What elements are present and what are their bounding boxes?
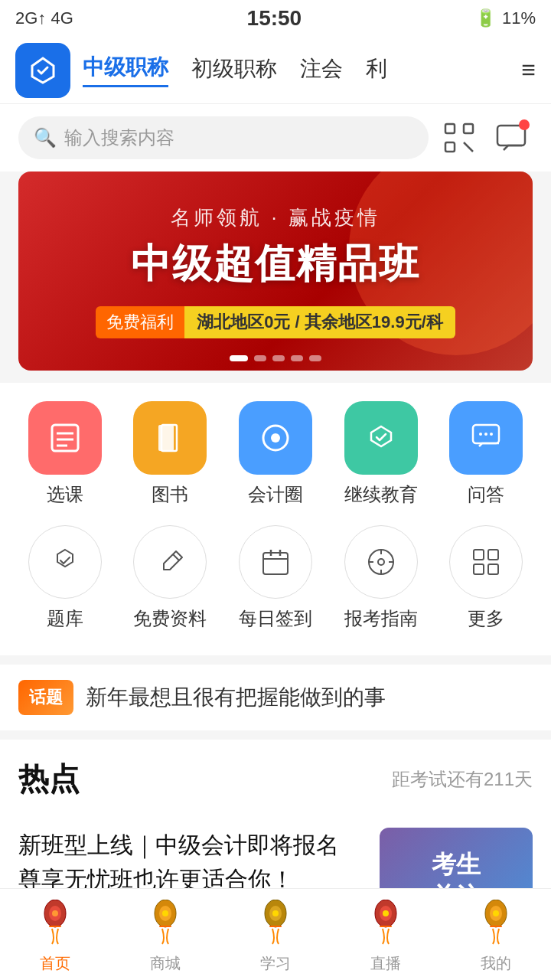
hot-title: 热点 xyxy=(18,758,80,800)
svg-point-15 xyxy=(484,433,487,436)
hot-countdown: 距考试还有211天 xyxy=(392,767,533,792)
menu-item-baokaozhinan[interactable]: 报考指南 xyxy=(338,525,424,631)
qiandao-icon xyxy=(239,525,312,599)
tab-item-shop[interactable]: 商城 xyxy=(119,895,211,974)
topic-banner[interactable]: 话题 新年最想且很有把握能做到的事 xyxy=(0,665,551,730)
wenda-icon xyxy=(449,401,523,475)
wenda-label: 问答 xyxy=(468,482,504,507)
status-bar: 2G↑ 4G 15:50 🔋 11% xyxy=(0,0,551,37)
battery-text: 11% xyxy=(502,8,536,28)
svg-point-43 xyxy=(272,910,279,916)
menu-item-wenda[interactable]: 问答 xyxy=(443,401,529,507)
jixujioyu-label: 继续教育 xyxy=(344,482,418,507)
svg-point-47 xyxy=(383,910,389,916)
tiku-label: 题库 xyxy=(47,606,83,631)
gengduo-icon xyxy=(449,525,523,599)
svg-point-39 xyxy=(162,910,168,916)
svg-rect-42 xyxy=(269,926,282,927)
qiandao-label: 每日签到 xyxy=(239,606,312,631)
tab-item-mine[interactable]: 我的 xyxy=(450,895,542,974)
baokaozhinan-icon xyxy=(344,525,418,599)
scan-button[interactable] xyxy=(438,116,481,159)
status-signal: 2G↑ 4G xyxy=(15,8,73,28)
menu-item-tushu[interactable]: 图书 xyxy=(127,401,213,507)
tab-item-home[interactable]: 首页 xyxy=(9,895,101,974)
tab-label-mine: 我的 xyxy=(481,953,511,974)
kuaijiquan-icon xyxy=(239,401,312,475)
svg-rect-1 xyxy=(464,124,473,133)
svg-rect-50 xyxy=(490,926,502,927)
menu-item-gengduo[interactable]: 更多 xyxy=(443,525,529,631)
app-logo[interactable] xyxy=(15,43,70,98)
banner-wrap[interactable]: 名师领航 · 赢战疫情 中级超值精品班 免费福利 湖北地区0元 / 其余地区19… xyxy=(18,172,533,371)
jixujioyu-icon xyxy=(344,401,418,475)
banner-subtitle: 名师领航 · 赢战疫情 xyxy=(171,204,380,231)
tiku-icon xyxy=(28,525,102,599)
search-bar: 🔍 输入搜索内容 xyxy=(0,104,551,172)
search-icon: 🔍 xyxy=(34,127,57,149)
live-icon xyxy=(358,895,413,950)
nav-header: 中级职称 初级职称 注会 利 ≡ xyxy=(0,37,551,104)
svg-rect-28 xyxy=(474,550,484,560)
tushu-icon xyxy=(133,401,207,475)
nav-tab-pri[interactable]: 初级职称 xyxy=(191,54,277,87)
svg-point-51 xyxy=(493,910,499,916)
study-icon xyxy=(248,895,303,950)
tab-bar: 首页 商城 学习 xyxy=(0,888,551,980)
gengduo-label: 更多 xyxy=(468,606,504,631)
battery-icon: 🔋 xyxy=(475,8,496,28)
banner-promo: 免费福利 湖北地区0元 / 其余地区19.9元/科 xyxy=(96,306,455,338)
nav-tab-mid[interactable]: 中级职称 xyxy=(83,53,168,87)
svg-point-35 xyxy=(52,910,58,916)
svg-point-14 xyxy=(479,433,482,436)
xueke-icon xyxy=(28,401,102,475)
banner[interactable]: 名师领航 · 赢战疫情 中级超值精品班 免费福利 湖北地区0元 / 其余地区19… xyxy=(18,172,533,371)
nav-tab-other[interactable]: 利 xyxy=(366,54,387,87)
dot-2[interactable] xyxy=(254,355,266,361)
shop-icon xyxy=(138,895,193,950)
svg-rect-18 xyxy=(263,553,288,574)
banner-title: 中级超值精品班 xyxy=(131,237,420,291)
search-input-wrap[interactable]: 🔍 输入搜索内容 xyxy=(18,116,429,159)
svg-line-17 xyxy=(173,554,179,560)
menu-item-qiandao[interactable]: 每日签到 xyxy=(233,525,318,631)
svg-rect-31 xyxy=(488,564,498,574)
message-badge xyxy=(519,119,530,130)
menu-item-kuaijiquan[interactable]: 会计圈 xyxy=(233,401,318,507)
menu-item-jixujioyu[interactable]: 继续教育 xyxy=(338,401,424,507)
nav-more-button[interactable]: ≡ xyxy=(521,56,536,84)
tab-item-live[interactable]: 直播 xyxy=(340,895,432,974)
tab-item-study[interactable]: 学习 xyxy=(230,895,321,974)
menu-item-mianfei[interactable]: 免费资料 xyxy=(127,525,213,631)
xueke-label: 选课 xyxy=(47,482,83,507)
svg-rect-0 xyxy=(445,124,455,133)
hot-header: 热点 距考试还有211天 xyxy=(18,758,533,800)
menu-row-2: 题库 免费资料 每日签到 xyxy=(12,525,539,631)
status-right: 🔋 11% xyxy=(475,8,536,28)
tab-label-study: 学习 xyxy=(260,953,291,974)
svg-rect-29 xyxy=(488,550,498,560)
topic-text: 新年最想且很有把握能做到的事 xyxy=(86,683,386,712)
menu-grid: 选课 图书 会计圈 xyxy=(0,383,551,655)
promo-tag: 免费福利 xyxy=(96,306,184,338)
message-button[interactable] xyxy=(490,116,533,159)
dot-1[interactable] xyxy=(230,355,248,361)
svg-rect-30 xyxy=(474,564,484,574)
svg-line-3 xyxy=(464,142,473,152)
nav-tab-cpa[interactable]: 注会 xyxy=(300,54,343,87)
home-icon xyxy=(28,895,83,950)
svg-rect-38 xyxy=(159,926,171,927)
article-title: 新班型上线｜中级会计即将报名 尊享无忧班也许更适合你！ xyxy=(18,828,367,897)
menu-row-1: 选课 图书 会计圈 xyxy=(12,401,539,507)
promo-text: 湖北地区0元 / 其余地区19.9元/科 xyxy=(184,306,455,338)
nav-tabs: 中级职称 初级职称 注会 利 xyxy=(83,53,509,87)
svg-rect-34 xyxy=(49,926,61,927)
dot-5[interactable] xyxy=(309,355,321,361)
dot-4[interactable] xyxy=(291,355,303,361)
banner-dots xyxy=(230,355,321,361)
baokaozhinan-label: 报考指南 xyxy=(344,606,418,631)
dot-3[interactable] xyxy=(272,355,285,361)
tushu-label: 图书 xyxy=(152,482,188,507)
menu-item-xueke[interactable]: 选课 xyxy=(22,401,108,507)
menu-item-tiku[interactable]: 题库 xyxy=(22,525,108,631)
